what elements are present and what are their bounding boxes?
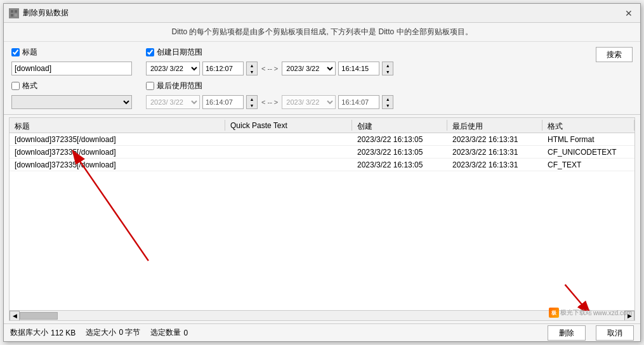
- db-size-label: 数据库大小: [10, 327, 48, 338]
- cell-title: [download]372335[/download]: [10, 134, 225, 145]
- created-from-time-up[interactable]: ▲: [247, 62, 257, 68]
- table-row[interactable]: [download]372335[/download] 2023/3/22 16…: [10, 146, 634, 159]
- title-checkbox[interactable]: [11, 48, 20, 56]
- lastused-to-time-input[interactable]: [338, 95, 379, 109]
- lastused-range-row: 最后使用范围: [146, 81, 581, 91]
- svg-rect-1: [15, 10, 17, 13]
- search-button[interactable]: 搜索: [596, 47, 633, 62]
- table-header: 标题 Quick Paste Text 创建 最后使用 格式: [10, 118, 634, 133]
- cell-format: CF_UNICODETEXT: [542, 146, 634, 158]
- lastused-from-time-spin: ▲ ▼: [246, 95, 258, 109]
- cell-lastused: 2023/3/22 16:13:31: [447, 159, 542, 171]
- created-range-checkbox[interactable]: [146, 48, 154, 56]
- lastused-range-checkbox[interactable]: [146, 82, 154, 90]
- selected-size-value: 0 字节: [119, 327, 140, 338]
- cell-qpt: [225, 151, 352, 153]
- lastused-from-time-down[interactable]: ▼: [247, 102, 257, 108]
- db-size-value: 112 KB: [51, 329, 76, 337]
- cell-format: HTML Format: [542, 134, 634, 145]
- cell-title: [download]372335[/download]: [10, 159, 225, 171]
- app-icon: [9, 8, 19, 18]
- svg-rect-0: [11, 10, 13, 13]
- lastused-to-time-spin: ▲ ▼: [382, 95, 393, 109]
- format-select[interactable]: [11, 95, 132, 109]
- format-checkbox-row: 格式: [11, 81, 138, 91]
- status-bar: 数据库大小 112 KB 选定大小 0 字节 选定数量 0 删除 取消: [4, 323, 640, 341]
- title-bar: 删除剪贴数据 ✕: [4, 4, 640, 23]
- format-checkbox[interactable]: [11, 82, 20, 90]
- db-size-item: 数据库大小 112 KB: [10, 327, 76, 338]
- lastused-date-row: 2023/ 3/22 ▲ ▼ < -- > 2023/ 3/22 ▲ ▼: [146, 95, 581, 109]
- title-checkbox-label[interactable]: 标题: [22, 47, 37, 58]
- table-body: [download]372335[/download] 2023/3/22 16…: [10, 133, 634, 310]
- created-date-row: 2023/ 3/22 ▲ ▼ < -- > 2023/ 3/22 ▲ ▼: [146, 62, 581, 75]
- watermark-url: www.xzd.com: [593, 309, 632, 316]
- delete-button[interactable]: 删除: [548, 325, 586, 341]
- lastused-to-date-select[interactable]: 2023/ 3/22: [282, 95, 336, 109]
- cell-lastused: 2023/3/22 16:13:31: [447, 134, 542, 145]
- lastused-from-time-input[interactable]: [202, 95, 244, 109]
- created-arrow-sep: < -- >: [260, 65, 279, 72]
- scroll-track[interactable]: [20, 311, 624, 320]
- svg-rect-3: [15, 14, 17, 16]
- selected-size-label: 选定大小: [86, 327, 116, 338]
- col-header-created: 创建: [352, 120, 447, 131]
- selected-count-item: 选定数量 0: [150, 327, 188, 338]
- watermark-logo: 极: [549, 308, 559, 318]
- created-to-date-select[interactable]: 2023/ 3/22: [282, 62, 336, 75]
- format-checkbox-label[interactable]: 格式: [22, 81, 37, 91]
- cell-lastused: 2023/3/22 16:13:31: [447, 146, 542, 158]
- created-from-time-down[interactable]: ▼: [247, 68, 257, 75]
- title-checkbox-row: 标题: [11, 47, 138, 58]
- info-text: Ditto 的每个剪贴项都是由多个剪贴板项目组成, 下方列表中是 Ditto 中…: [171, 27, 472, 36]
- scroll-thumb[interactable]: [20, 312, 58, 320]
- cell-created: 2023/3/22 16:13:05: [352, 159, 447, 171]
- scroll-left-arrow[interactable]: ◀: [10, 311, 20, 321]
- search-btn-col: 搜索: [588, 47, 633, 63]
- title-bar-left: 删除剪贴数据: [9, 8, 69, 18]
- watermark-text: 极光下载站: [560, 308, 592, 317]
- lastused-range-label[interactable]: 最后使用范围: [157, 81, 202, 91]
- lastused-from-time-up[interactable]: ▲: [247, 96, 257, 102]
- table-row[interactable]: [download]372335[/download] 2023/3/22 16…: [10, 159, 634, 171]
- cell-format: CF_TEXT: [542, 159, 634, 171]
- cell-created: 2023/3/22 16:13:05: [352, 134, 447, 145]
- svg-rect-2: [11, 14, 13, 16]
- cell-title: [download]372335[/download]: [10, 146, 225, 158]
- table-container: 标题 Quick Paste Text 创建 最后使用 格式 [download…: [9, 117, 635, 321]
- cancel-button[interactable]: 取消: [596, 325, 634, 341]
- search-area: 标题 格式 创建日期范围: [4, 42, 640, 115]
- search-dates-col: 创建日期范围 2023/ 3/22 ▲ ▼ < -- > 2023/ 3/22: [146, 47, 581, 109]
- lastused-arrow-sep: < -- >: [260, 98, 279, 106]
- cell-created: 2023/3/22 16:13:05: [352, 146, 447, 158]
- window-title: 删除剪贴数据: [23, 8, 69, 18]
- lastused-to-time-down[interactable]: ▼: [383, 102, 393, 108]
- search-left-col: 标题 格式: [11, 47, 138, 109]
- created-to-time-up[interactable]: ▲: [383, 62, 393, 68]
- cell-qpt: [225, 138, 352, 141]
- lastused-to-time-up[interactable]: ▲: [383, 96, 393, 102]
- cell-qpt: [225, 164, 352, 166]
- close-button[interactable]: ✕: [622, 7, 635, 20]
- created-from-time-input[interactable]: [202, 62, 244, 75]
- created-from-time-spin: ▲ ▼: [246, 62, 258, 75]
- selected-size-item: 选定大小 0 字节: [86, 327, 140, 338]
- created-from-date-select[interactable]: 2023/ 3/22: [146, 62, 200, 75]
- watermark: 极 极光下载站 www.xzd.com: [549, 308, 632, 318]
- table-row[interactable]: [download]372335[/download] 2023/3/22 16…: [10, 133, 634, 146]
- lastused-from-date-select[interactable]: 2023/ 3/22: [146, 95, 200, 109]
- horizontal-scrollbar[interactable]: ◀ ▶: [10, 310, 634, 320]
- selected-count-value: 0: [183, 329, 188, 337]
- title-input[interactable]: [11, 62, 132, 75]
- created-to-time-spin: ▲ ▼: [382, 62, 393, 75]
- main-window: 删除剪贴数据 ✕ Ditto 的每个剪贴项都是由多个剪贴板项目组成, 下方列表中…: [3, 3, 641, 342]
- created-range-label[interactable]: 创建日期范围: [157, 47, 202, 58]
- selected-count-label: 选定数量: [150, 327, 181, 338]
- created-to-time-input[interactable]: [338, 62, 379, 75]
- search-row: 标题 格式 创建日期范围: [11, 47, 633, 109]
- created-to-time-down[interactable]: ▼: [383, 68, 393, 75]
- info-bar: Ditto 的每个剪贴项都是由多个剪贴板项目组成, 下方列表中是 Ditto 中…: [4, 23, 640, 42]
- col-header-title: 标题: [10, 120, 225, 131]
- col-header-format: 格式: [542, 120, 634, 131]
- col-header-lastused: 最后使用: [447, 120, 542, 131]
